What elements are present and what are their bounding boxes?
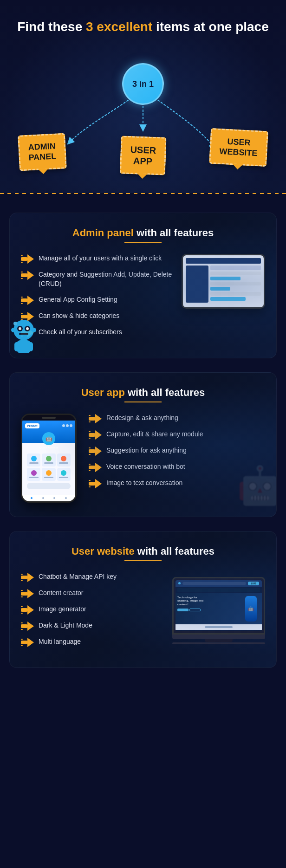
hero-title: Find these 3 excellent items at one plac… [9,19,277,35]
website-feature-list: Chatbot & Manage API key Content creator [21,572,165,654]
svg-marker-60 [27,589,34,598]
svg-rect-13 [21,313,23,314]
svg-rect-30 [28,342,33,351]
hero-title-part1: Find these [17,19,86,34]
admin-section-title: Admin panel with all features [21,227,265,239]
arrow-icon [21,254,34,264]
svg-rect-33 [89,417,95,421]
list-item: Capture, edit & share any module [89,430,265,440]
list-item: Redesign & ask anything [89,414,265,423]
svg-rect-70 [21,639,23,640]
svg-marker-68 [27,622,34,631]
user-website-section: User website with all features Chatbot &… [9,531,277,668]
phone-notch-bar [42,417,56,419]
svg-rect-39 [89,438,91,439]
feature-text: Category and Suggestion Add, Update, Del… [39,270,174,288]
feature-text: Redesign & ask anything [106,414,178,423]
feature-text: Image to text conversation [106,479,182,488]
website-title-rest: with all features [135,545,214,557]
hero-section: Find these 3 excellent items at one plac… [0,0,286,193]
feature-text: Manage all of your users with a single c… [39,254,162,263]
svg-rect-50 [89,480,91,481]
user-app-title-rest: with all features [125,387,205,398]
svg-rect-38 [89,431,91,432]
title-underline [124,402,162,402]
bot-bg-decoration: 🤖 [237,464,277,507]
admin-title-accent: Admin panel [72,227,134,239]
svg-point-26 [11,328,16,332]
svg-marker-7 [27,271,34,280]
svg-marker-44 [95,447,102,456]
svg-rect-54 [21,574,23,575]
phone-logo: Probot [25,423,39,428]
svg-rect-10 [21,303,23,304]
svg-point-27 [32,328,36,332]
user-app-section-title: User app with all features [21,387,265,399]
svg-rect-71 [21,645,23,646]
bot-icon: 🤖 [42,432,55,445]
phone-input [27,483,71,489]
svg-rect-57 [21,592,27,596]
feature-text: Dark & Light Mode [39,621,92,630]
robot-decoration [9,316,42,358]
svg-rect-2 [21,262,23,263]
svg-rect-42 [89,447,91,448]
svg-rect-41 [89,449,95,453]
admin-title-rest: with all features [134,227,214,239]
svg-marker-72 [27,638,34,647]
list-item: Suggestion for ask anything [89,446,265,456]
svg-rect-29 [14,342,19,351]
feature-text: Capture, edit & share any module [106,430,203,439]
svg-rect-62 [21,606,23,607]
feature-text: Voice conversation with bot [106,462,185,472]
feature-text: Check all of your subscribers [39,328,122,337]
svg-rect-46 [89,464,91,465]
arrow-icon [21,605,34,615]
list-item: Dark & Light Mode [21,621,165,631]
title-underline [124,242,162,243]
svg-rect-4 [21,273,27,277]
diagram: 3 in 1 ADMINPANEL USERAPP USERWEBSITE [9,49,277,179]
arrow-icon [21,271,34,280]
svg-point-24 [26,327,29,330]
svg-point-32 [13,322,17,325]
list-item: Category and Suggestion Add, Update, Del… [21,270,174,288]
arrow-icon [89,430,102,440]
svg-rect-51 [89,486,91,487]
list-item: Multi language [21,637,165,647]
list-item: Chatbot & Manage API key [21,572,165,582]
svg-point-23 [19,327,21,330]
svg-marker-64 [27,605,34,615]
admin-panel-section: Admin panel with all features Manage all… [9,213,277,358]
list-item: General App Config Setting [21,295,174,305]
phone-mockup: Probot 🤖 Quick Adviser [21,414,81,503]
svg-rect-67 [21,629,23,630]
svg-marker-36 [95,414,102,423]
arrow-icon [21,296,34,305]
svg-rect-58 [21,590,23,591]
arrow-icon [21,638,34,647]
user-app-feature-content: Probot 🤖 Quick Adviser [21,414,265,503]
badge-text: 3 in 1 [132,79,154,89]
title-underline [124,560,162,561]
svg-rect-53 [21,576,27,579]
svg-rect-43 [89,454,91,455]
svg-rect-6 [21,278,23,279]
feature-text: Can show & hide categories [39,311,119,321]
arrow-icon [89,479,102,488]
arrow-icon [21,622,34,631]
feature-text: Image generator [39,605,86,614]
tag-user-app: USERAPP [120,136,166,175]
svg-rect-1 [21,255,23,256]
svg-rect-59 [21,596,23,597]
svg-rect-49 [89,482,95,486]
list-item: Can show & hide categories [21,311,174,321]
arrow-icon [89,414,102,423]
website-section-title: User website with all features [21,545,265,557]
arrow-icon [21,573,34,582]
arrow-icon [89,447,102,456]
laptop-mockup: LIVE Technology forchatting, image andco… [172,572,265,644]
svg-rect-8 [21,298,27,302]
svg-rect-5 [21,272,23,272]
svg-rect-25 [19,333,28,335]
